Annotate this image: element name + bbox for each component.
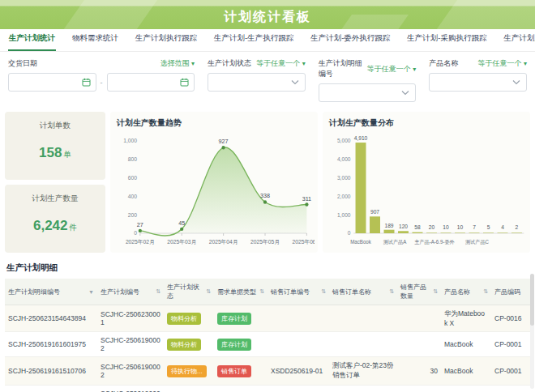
sort-icon[interactable]: ⇅ <box>433 288 438 295</box>
col-product-name[interactable]: 产品名称⇅ <box>441 279 491 305</box>
filter-product-name: 产品名称 等于任意一个 ▾ <box>429 58 527 102</box>
svg-text:600: 600 <box>128 175 137 181</box>
chart-title: 计划生产数量分布 <box>329 117 527 129</box>
chevron-down-icon <box>291 79 299 85</box>
sort-icon[interactable]: ⇅ <box>206 288 211 295</box>
col-doc-type[interactable]: 需求单据类型⇅ <box>214 279 268 305</box>
sort-icon[interactable]: ⇅ <box>156 288 160 295</box>
table-row: SCJH-250619161601975 SCJHC-2506190002 物料… <box>5 332 530 357</box>
svg-text:200: 200 <box>128 212 137 218</box>
table-row: SCJH-250623154643894 SCJHC-2506230001 物料… <box>5 305 530 332</box>
scrollbar-thumb[interactable] <box>530 274 534 326</box>
tab-bar: 生产计划统计 物料需求统计 生产计划执行跟踪 生产计划-生产执行跟踪 生产计划-… <box>0 29 535 52</box>
table-scrollbar[interactable] <box>530 274 534 389</box>
kpi-planned-production-qty: 计划生产数量 6,242件 <box>5 185 105 253</box>
dropdown-arrow-icon: ▾ <box>524 60 527 67</box>
area-line-chart: 02004006008001,000272025年02月452025年03月92… <box>117 130 315 249</box>
svg-text:189: 189 <box>384 223 393 228</box>
svg-text:2025年06月: 2025年06月 <box>292 239 315 245</box>
filter-label: 交货日期 <box>8 58 37 69</box>
table-row: SCJH-250619105433703 SCJHC-2506190001 物料… <box>5 386 530 392</box>
tab-plan-production-exec-tracking[interactable]: 生产计划-生产执行跟踪 <box>213 28 294 51</box>
doc-type-badge: 销售订单 <box>217 365 251 377</box>
dropdown-arrow-icon: ▾ <box>302 60 306 67</box>
svg-text:20: 20 <box>429 224 435 230</box>
svg-text:MacBook: MacBook <box>350 239 371 245</box>
match-mode-dropdown[interactable]: 等于任意一个 ▾ <box>477 58 527 69</box>
svg-text:2025年02月: 2025年02月 <box>126 239 155 245</box>
bar-chart: 01,0002,0003,0004,0005,0004,910907189120… <box>329 130 527 249</box>
svg-text:4: 4 <box>501 224 504 230</box>
svg-text:58: 58 <box>414 224 421 230</box>
col-plan-no[interactable]: 生产计划编号⇅ <box>97 279 164 305</box>
svg-text:120: 120 <box>399 224 408 229</box>
svg-text:7: 7 <box>473 224 476 230</box>
plan-detail-table: 生产计划明细编号▼ 生产计划编号⇅ 生产计划状态⇅ 需求单据类型⇅ 销售订单编号… <box>5 279 530 392</box>
svg-text:27: 27 <box>137 221 143 228</box>
svg-text:2,000: 2,000 <box>337 194 351 199</box>
filter-bar: 交货日期 选择范围 ▾ - 生产计划状态 等于任意一个 ▾ <box>0 52 535 109</box>
date-from-input[interactable] <box>8 73 96 92</box>
status-badge: 待执行物... <box>167 365 207 377</box>
col-sales-order-no[interactable]: 销售订单编号⇅ <box>268 279 329 305</box>
col-plan-status[interactable]: 生产计划状态⇅ <box>164 279 214 305</box>
sort-icon[interactable]: ▼ <box>88 289 94 295</box>
table-title: 生产计划明细 <box>6 262 529 274</box>
svg-text:测试产品C: 测试产品C <box>465 239 489 245</box>
col-sales-product-qty[interactable]: 销售产品数量⇅ <box>397 279 441 305</box>
table-header-row: 生产计划明细编号▼ 生产计划编号⇅ 生产计划状态⇅ 需求单据类型⇅ 销售订单编号… <box>5 279 530 305</box>
doc-type-badge: 库存计划 <box>217 313 251 325</box>
tab-plan-purchase-exec-tracking[interactable]: 生产计划-采购执行跟踪 <box>406 28 487 51</box>
tab-production-plan-stats[interactable]: 生产计划统计 <box>8 28 56 51</box>
tab-plan-material-usage-stats[interactable]: 生产计划用料统计 <box>503 28 535 51</box>
svg-text:测试产品A: 测试产品A <box>383 239 407 245</box>
svg-text:10: 10 <box>443 224 449 230</box>
svg-text:800: 800 <box>128 156 137 162</box>
svg-text:338: 338 <box>260 192 270 199</box>
kpi-value: 158 <box>39 145 62 160</box>
chevron-down-icon <box>401 90 409 96</box>
svg-text:5,000: 5,000 <box>337 138 351 143</box>
svg-text:1,000: 1,000 <box>123 138 137 143</box>
col-plan-detail-no[interactable]: 生产计划明细编号▼ <box>5 279 97 305</box>
kpi-unit: 单 <box>63 150 71 159</box>
banner: 计划统计看板 <box>0 0 535 29</box>
tab-material-demand-stats[interactable]: 物料需求统计 <box>71 28 119 51</box>
calendar-icon[interactable] <box>180 78 189 87</box>
tab-plan-outsourcing-exec-tracking[interactable]: 生产计划-委外执行跟踪 <box>310 28 391 51</box>
filter-label: 生产计划明细编号 <box>319 58 367 79</box>
product-name-select[interactable] <box>429 73 527 92</box>
plan-detail-no-select[interactable] <box>319 83 417 102</box>
date-separator: - <box>101 79 103 87</box>
sort-icon[interactable]: ⇅ <box>321 288 326 295</box>
svg-text:2025年03月: 2025年03月 <box>167 239 196 245</box>
svg-text:927: 927 <box>219 138 229 145</box>
svg-text:1,000: 1,000 <box>337 212 351 218</box>
date-range-mode-dropdown[interactable]: 选择范围 ▾ <box>160 58 195 69</box>
tab-plan-execution-tracking[interactable]: 生产计划执行跟踪 <box>135 28 198 51</box>
match-mode-dropdown[interactable]: 等于任意一个 ▾ <box>367 64 417 75</box>
svg-text:2: 2 <box>516 224 519 230</box>
sort-icon[interactable]: ⇅ <box>389 288 394 295</box>
dropdown-arrow-icon: ▾ <box>191 60 195 67</box>
filter-plan-status: 生产计划状态 等于任意一个 ▾ <box>208 58 306 102</box>
dashboard-row: 计划单数 158单 计划生产数量 6,242件 计划生产数量趋势 0200400… <box>0 109 535 256</box>
sort-icon[interactable]: ⇅ <box>259 288 264 295</box>
svg-text:2025年05月: 2025年05月 <box>250 239 280 245</box>
col-sales-order-name[interactable]: 销售订单名称⇅ <box>329 279 397 305</box>
svg-text:0: 0 <box>348 230 351 236</box>
sort-icon[interactable]: ⇅ <box>483 288 488 295</box>
table-row: SCJH-250619161510706 SCJHC-2506190002 待执… <box>5 357 530 386</box>
match-mode-dropdown[interactable]: 等于任意一个 ▾ <box>256 58 306 69</box>
chart-title: 计划生产数量趋势 <box>117 117 315 129</box>
plan-status-select[interactable] <box>208 73 306 92</box>
col-product-code[interactable]: 产品编码 <box>491 279 530 305</box>
dropdown-arrow-icon: ▾ <box>413 66 416 73</box>
date-to-input[interactable] <box>107 73 195 92</box>
calendar-icon[interactable] <box>82 78 91 87</box>
plan-detail-section: 生产计划明细 生产计划明细编号▼ 生产计划编号⇅ 生产计划状态⇅ 需求单据类型⇅… <box>0 256 535 392</box>
svg-text:907: 907 <box>370 209 379 215</box>
svg-text:5: 5 <box>487 224 490 230</box>
page-title: 计划统计看板 <box>0 0 535 29</box>
doc-type-badge: 库存计划 <box>217 339 251 351</box>
